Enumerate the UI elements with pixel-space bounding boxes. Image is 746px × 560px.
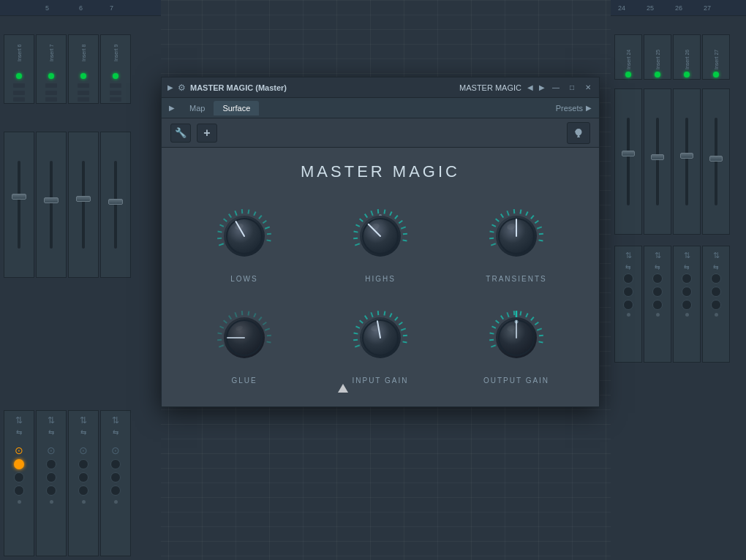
svg-line-77 [353,340,358,341]
bottom-strip-8: ⇅ ⇆ ⊙ [100,410,131,556]
svg-line-5 [229,214,231,218]
up-arrow-5: ⇅ [15,415,23,425]
presets-label[interactable]: Presets [556,104,583,113]
tab-map[interactable]: Map [181,101,214,116]
mixer-left: 5 6 7 Insert 6 Insert 7 [0,0,161,560]
svg-line-95 [491,345,496,347]
svg-line-107 [537,328,542,330]
nav-fwd-btn[interactable]: ▶ [539,83,545,91]
knob-lows-svg[interactable] [211,203,277,269]
svg-line-62 [229,316,231,319]
knob-glue-svg[interactable] [211,305,277,371]
svg-line-21 [355,224,359,227]
channel-strip-5: Insert 6 [4,34,34,104]
solo-led-8 [110,485,121,496]
svg-line-63 [235,312,236,317]
bottom-strip-7: ⇅ ⇆ ⊙ [68,410,99,556]
svg-line-89 [403,336,407,336]
svg-line-14 [267,240,271,241]
svg-line-39 [489,238,494,239]
bird-button[interactable] [567,122,590,144]
up-arrow-8: ⇅ [112,415,119,425]
svg-line-4 [224,219,227,222]
svg-line-78 [354,333,358,334]
active-led-7 [78,459,88,469]
solo-led-5 [14,485,24,496]
fader-strip-5[interactable] [4,132,34,278]
r-fader-25[interactable] [644,88,671,235]
mute-led-5 [14,472,24,483]
svg-line-88 [401,328,406,330]
bottom-strip-6: ⇅ ⇆ ⊙ [36,410,67,556]
knob-input-gain-svg[interactable] [347,305,413,371]
r-led-26 [684,72,690,77]
mute-led-7 [78,472,88,483]
knob-input-gain: INPUT GAIN [347,305,413,385]
svg-line-23 [365,214,367,218]
title-nav-arrow[interactable]: ▶ [167,83,173,91]
fader-handle-6[interactable] [44,197,59,203]
r-fader-26[interactable] [673,88,701,235]
svg-line-19 [353,238,358,239]
svg-line-6 [235,211,236,216]
close-button[interactable]: ✕ [583,83,593,93]
r-fader-handle-25[interactable] [651,154,664,160]
knob-highs: HIGHS [347,203,413,283]
r-fader-24[interactable] [614,88,642,235]
fader-handle-8[interactable] [108,199,123,205]
fader-handle-7[interactable] [76,196,91,202]
wrench-button[interactable]: 🔧 [170,124,191,143]
r-fader-27[interactable] [702,88,730,235]
mute-led-8 [110,472,121,483]
title-plugin-name: MASTER MAGIC [459,83,521,92]
r-bottom-25: ⇅ ⇆ [644,246,671,363]
plugin-name-display: MASTER MAGIC [184,162,577,181]
svg-line-51 [539,234,543,235]
headphone-icon-7: ⊙ [79,444,88,456]
lr-arrow-7: ⇆ [80,428,86,436]
svg-line-30 [401,227,406,228]
nav-back-btn[interactable]: ◀ [527,83,533,91]
fader-strip-6[interactable] [36,132,67,278]
headphone-icon-8: ⊙ [111,444,120,456]
channel-strip-7: Insert 8 [68,34,99,104]
svg-line-84 [384,311,385,316]
up-arrow-6: ⇅ [48,415,55,425]
plugin-window: ▶ ⚙ MASTER MAGIC (Master) MASTER MAGIC ◀… [161,77,600,407]
svg-line-49 [535,221,538,223]
insert-label-6: Insert 6 [17,37,22,69]
svg-line-28 [395,216,398,219]
tab-surface[interactable]: Surface [214,101,259,116]
insert-label-8: Insert 8 [81,37,86,69]
r-bottom-26: ⇅ ⇆ [673,246,701,363]
knob-output-gain-svg[interactable] [483,305,549,371]
mixer-right: 24 25 26 27 Insert 24 Insert 25 Insert 2… [611,0,746,560]
restore-button[interactable]: □ [567,83,577,93]
fader-strip-7[interactable] [68,132,99,278]
plus-button[interactable]: + [197,124,217,143]
svg-line-2 [218,232,222,232]
svg-line-9 [254,211,256,215]
svg-line-46 [520,210,521,214]
solo-led-7 [78,485,88,496]
knob-output-gain: OUTPUT GAIN [483,305,549,385]
knob-highs-svg[interactable] [347,203,413,269]
channel-ctrl2 [13,91,25,95]
r-fader-handle-24[interactable] [622,151,635,156]
fader-strip-8[interactable] [100,132,131,278]
svg-line-13 [267,234,271,235]
channel-ctrl8-2 [110,91,121,95]
channel-ctrl-8 [110,83,121,88]
mute-led-6 [46,472,56,483]
presets-arrow[interactable]: ▶ [586,104,592,112]
tab-arrow[interactable]: ▶ [169,104,175,112]
channel-strip-6: Insert 7 [36,34,67,104]
fader-handle-5[interactable] [12,194,26,200]
gear-icon[interactable]: ⚙ [178,83,186,93]
r-fader-handle-27[interactable] [709,156,723,162]
r-fader-handle-26[interactable] [680,153,693,159]
svg-line-12 [265,227,270,228]
svg-line-65 [248,311,249,316]
knob-transients-svg[interactable] [483,203,549,269]
minimize-button[interactable]: — [551,83,561,93]
